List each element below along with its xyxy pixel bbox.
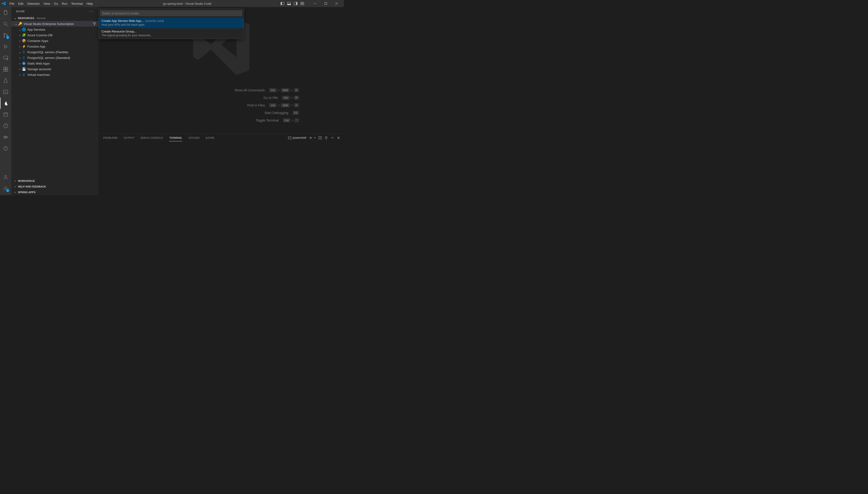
tab-problems[interactable]: PROBLEMS [103, 134, 118, 141]
tree-node-postgres-standard[interactable]: ›🛢PostgreSQL servers (Standard) [11, 55, 98, 60]
shortcut-label: Start Debugging [265, 111, 288, 115]
key: Ctrl [282, 96, 289, 100]
terminal-pane-icon[interactable] [0, 86, 11, 97]
function-app-icon: ⚡ [22, 44, 26, 49]
subscription-row[interactable]: ⌄ 🔑 Visual Studio Enterprise Subscriptio… [11, 21, 98, 26]
sidebar-header: AZURE ··· [11, 7, 98, 15]
section-label: WORKSPACE [18, 179, 35, 182]
menu-terminal[interactable]: Terminal [69, 1, 84, 6]
tree-label: App Services [27, 28, 45, 31]
svg-rect-5 [296, 2, 297, 5]
projects-icon[interactable] [0, 109, 11, 120]
spring-apps-section-header[interactable]: ›SPRING APPS [11, 189, 98, 195]
search-icon[interactable] [0, 18, 11, 30]
tree-label: Container Apps [27, 39, 48, 43]
shortcut-label: Show All Commands [234, 88, 265, 92]
layout-controls [280, 1, 305, 6]
shortcut-find-in-files: Find in Files Ctrl+Shift+F [143, 103, 299, 107]
maximize-panel-icon[interactable] [331, 136, 334, 139]
remote-explorer-icon[interactable] [0, 52, 11, 63]
new-terminal-icon[interactable] [309, 136, 316, 139]
key: F [294, 103, 299, 107]
menu-help[interactable]: Help [84, 1, 95, 6]
menu-view[interactable]: View [42, 1, 52, 6]
tree-node-function-app[interactable]: ›⚡Function App [11, 43, 98, 49]
git-graph-icon[interactable] [0, 120, 11, 131]
svg-marker-19 [4, 45, 7, 48]
resources-mode: Remote [37, 17, 46, 20]
extensions-icon[interactable] [0, 63, 11, 75]
quick-pick-item-create-app-service[interactable]: Create App Service Web App...(recently u… [99, 18, 244, 28]
tree-label: PostgreSQL servers (Standard) [27, 56, 70, 60]
chevron-right-icon: › [18, 73, 22, 77]
tree-node-postgres-flexible[interactable]: ⌄🛢PostgreSQL servers (Flexible) [11, 49, 98, 55]
tree-node-static-web-apps[interactable]: ›🔷Static Web Apps [11, 60, 98, 66]
svg-rect-6 [301, 2, 302, 3]
tab-output[interactable]: OUTPUT [124, 134, 134, 141]
menu-file[interactable]: File [7, 1, 16, 6]
app-services-icon: 🌐 [22, 27, 26, 32]
toggle-primary-sidebar-icon[interactable] [280, 1, 285, 6]
bottom-panel: PROBLEMS OUTPUT DEBUG CONSOLE TERMINAL G… [98, 133, 344, 195]
menu-go[interactable]: Go [52, 1, 60, 6]
terminal-profile[interactable]: powershell [288, 136, 306, 139]
panel-tabs: PROBLEMS OUTPUT DEBUG CONSOLE TERMINAL G… [98, 134, 344, 142]
tree-node-container-apps[interactable]: ›📦Container Apps [11, 38, 98, 43]
toggle-panel-icon[interactable] [286, 1, 292, 6]
tab-debug-console[interactable]: DEBUG CONSOLE [140, 134, 163, 141]
tab-azure[interactable]: AZURE [206, 134, 214, 141]
terminal-icon [288, 136, 291, 139]
customize-layout-icon[interactable] [300, 1, 305, 6]
tree-label: Storage accounts [27, 68, 51, 71]
qp-title-text: Create App Service Web App... [101, 19, 144, 23]
svg-point-36 [5, 175, 6, 177]
svg-rect-9 [303, 4, 304, 5]
menu-selection[interactable]: Selection [25, 1, 41, 6]
filter-icon[interactable] [93, 22, 96, 25]
close-button[interactable] [331, 0, 342, 7]
azure-icon[interactable] [0, 97, 11, 109]
workspace-section-header[interactable]: ›WORKSPACE [11, 178, 98, 184]
resource-tree: ⌄ 🔑 Visual Studio Enterprise Subscriptio… [11, 21, 98, 178]
vscode-logo-icon [2, 2, 6, 5]
chevron-down-icon: ⌄ [14, 22, 18, 26]
menu-edit[interactable]: Edit [16, 1, 25, 6]
key: Ctrl [269, 88, 276, 92]
run-debug-icon[interactable] [0, 41, 11, 52]
quick-pick-item-create-resource-group[interactable]: Create Resource Group... The logical gro… [99, 28, 244, 39]
tree-label: Azure Cosmos DB [27, 34, 53, 37]
sidebar-title: AZURE [16, 10, 25, 13]
power-icon[interactable] [0, 143, 11, 154]
explorer-icon[interactable] [0, 7, 11, 18]
chevron-right-icon: › [18, 56, 22, 60]
subscription-label: Visual Studio Enterprise Subscription [23, 22, 74, 26]
toggle-secondary-sidebar-icon[interactable] [293, 1, 298, 6]
testing-icon[interactable] [0, 75, 11, 86]
accounts-icon[interactable] [0, 171, 11, 183]
split-terminal-icon[interactable] [319, 136, 322, 139]
tree-node-app-services[interactable]: ⌄🌐App Services [11, 26, 98, 32]
tree-node-storage-accounts[interactable]: ›💾Storage accounts [11, 66, 98, 72]
key: F5 [292, 111, 299, 115]
tab-gitlens[interactable]: GITLENS [189, 134, 199, 141]
cosmos-db-icon: 🧩 [22, 33, 26, 37]
tab-terminal[interactable]: TERMINAL [169, 134, 182, 141]
help-feedback-section-header[interactable]: ›HELP AND FEEDBACK [11, 184, 98, 189]
close-panel-icon[interactable] [337, 136, 340, 139]
kill-terminal-icon[interactable] [325, 136, 328, 139]
sidebar-more-icon[interactable]: ··· [89, 9, 94, 14]
svg-rect-3 [287, 4, 291, 5]
maximize-button[interactable] [320, 0, 331, 7]
terminal-content[interactable] [98, 142, 344, 195]
resources-section-header[interactable]: ⌄ RESOURCES Remote [11, 15, 98, 21]
tree-node-cosmos-db[interactable]: ›🧩Azure Cosmos DB [11, 32, 98, 38]
menu-run[interactable]: Run [60, 1, 69, 6]
source-control-icon[interactable]: 1 [0, 30, 11, 41]
settings-gear-icon[interactable]: 1 [0, 183, 11, 194]
docker-icon[interactable] [0, 131, 11, 143]
svg-point-14 [4, 22, 6, 25]
quick-pick-input[interactable] [100, 10, 243, 16]
tree-node-virtual-machines[interactable]: ›🖥Virtual machines [11, 72, 98, 77]
minimize-button[interactable] [309, 0, 320, 7]
settings-badge: 1 [6, 189, 9, 192]
